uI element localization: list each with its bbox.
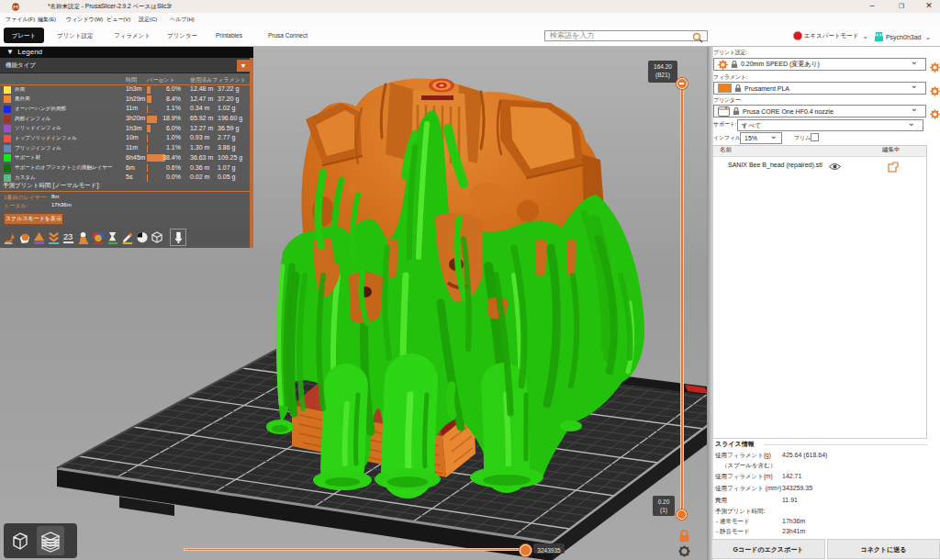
svg-text:23: 23 xyxy=(63,232,73,241)
